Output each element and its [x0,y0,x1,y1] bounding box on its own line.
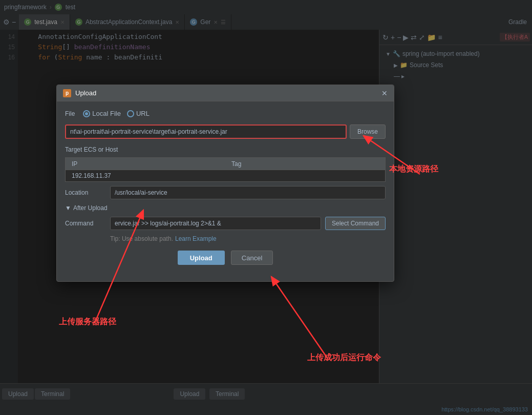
location-label: Location [65,189,106,196]
select-command-button[interactable]: Select Command [325,217,386,230]
dialog-title: Upload [75,89,381,97]
location-row: Location [65,186,386,199]
tip-text: Tip: Use absolute path. [110,235,173,242]
target-label: Target ECS or Host [65,146,386,153]
table-header: IP Tag [65,157,386,170]
after-upload-label: After Upload [73,204,108,212]
dialog-body: File Local File URL Browse Target ECS or… [57,101,394,281]
radio-dot-local[interactable] [83,110,90,117]
file-path-row: Browse [65,125,386,139]
upload-dialog: p Upload ✕ File Local File URL Browse Ta… [56,85,394,282]
radio-label-url: URL [136,110,150,117]
radio-label-local: Local File [92,110,121,117]
command-label: Command [65,220,106,227]
location-input[interactable] [110,186,386,199]
dialog-title-bar: p Upload ✕ [57,85,394,101]
learn-example-link[interactable]: Learn Example [175,235,217,242]
radio-local-file[interactable]: Local File [83,110,121,117]
radio-url[interactable]: URL [127,110,150,117]
browse-button[interactable]: Browse [350,125,386,139]
file-path-input[interactable] [65,125,347,139]
table-row-1[interactable]: 192.168.11.37 [65,170,386,182]
dialog-close-button[interactable]: ✕ [381,89,388,97]
col-ip: IP [66,160,225,168]
cancel-button[interactable]: Cancel [231,251,273,265]
file-mode-group: File Local File URL [65,110,386,117]
toggle-arrow: ▼ [65,204,71,212]
command-input[interactable] [110,217,321,230]
dialog-icon: p [63,89,71,97]
file-mode-label: File [65,110,75,117]
col-tag: Tag [225,160,385,168]
after-upload-toggle[interactable]: ▼ After Upload [65,204,386,212]
dialog-footer: Upload Cancel [65,251,386,273]
upload-button[interactable]: Upload [178,251,225,265]
radio-dot-url[interactable] [127,110,134,117]
cell-ip: 192.168.11.37 [66,172,225,179]
tip-row: Tip: Use absolute path. Learn Example [110,235,386,242]
command-row: Command Select Command [65,217,386,230]
